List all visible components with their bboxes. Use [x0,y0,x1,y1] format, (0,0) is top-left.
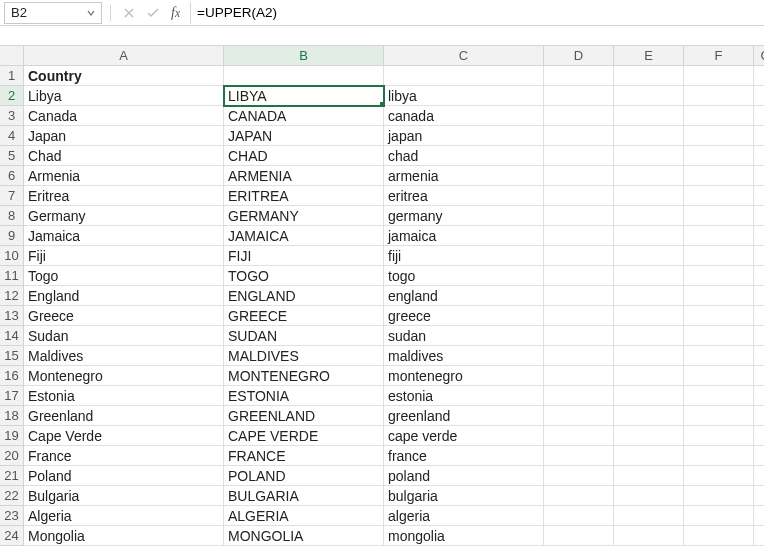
cell-E11[interactable] [614,266,684,286]
row-header-20[interactable]: 20 [0,446,24,466]
cell-F11[interactable] [684,266,754,286]
cell-D21[interactable] [544,466,614,486]
cell-F2[interactable] [684,86,754,106]
cell-A13[interactable]: Greece [24,306,224,326]
cell-E13[interactable] [614,306,684,326]
cell-E19[interactable] [614,426,684,446]
cell-G8[interactable] [754,206,764,226]
cell-C23[interactable]: algeria [384,506,544,526]
cell-A5[interactable]: Chad [24,146,224,166]
cell-G20[interactable] [754,446,764,466]
cell-A9[interactable]: Jamaica [24,226,224,246]
cell-F13[interactable] [684,306,754,326]
cell-D4[interactable] [544,126,614,146]
cell-A21[interactable]: Poland [24,466,224,486]
cell-A22[interactable]: Bulgaria [24,486,224,506]
cell-E3[interactable] [614,106,684,126]
row-header-23[interactable]: 23 [0,506,24,526]
cell-E15[interactable] [614,346,684,366]
row-header-21[interactable]: 21 [0,466,24,486]
cell-A16[interactable]: Montenegro [24,366,224,386]
cell-C1[interactable] [384,66,544,86]
cell-G18[interactable] [754,406,764,426]
confirm-icon[interactable] [143,3,163,23]
cell-F6[interactable] [684,166,754,186]
col-header-A[interactable]: A [24,46,224,66]
cell-D16[interactable] [544,366,614,386]
cell-G15[interactable] [754,346,764,366]
cell-F5[interactable] [684,146,754,166]
cell-B14[interactable]: SUDAN [224,326,384,346]
select-all-corner[interactable] [0,46,24,66]
cell-E21[interactable] [614,466,684,486]
cell-B22[interactable]: BULGARIA [224,486,384,506]
cell-D11[interactable] [544,266,614,286]
cell-C3[interactable]: canada [384,106,544,126]
col-header-C[interactable]: C [384,46,544,66]
row-header-3[interactable]: 3 [0,106,24,126]
row-header-9[interactable]: 9 [0,226,24,246]
cell-B9[interactable]: JAMAICA [224,226,384,246]
cell-F24[interactable] [684,526,754,546]
cell-F16[interactable] [684,366,754,386]
cell-D8[interactable] [544,206,614,226]
cell-G24[interactable] [754,526,764,546]
cell-G13[interactable] [754,306,764,326]
cell-F4[interactable] [684,126,754,146]
cell-D2[interactable] [544,86,614,106]
col-header-E[interactable]: E [614,46,684,66]
cell-B2[interactable]: LIBYA [224,86,384,106]
cell-B17[interactable]: ESTONIA [224,386,384,406]
cell-F1[interactable] [684,66,754,86]
cell-F22[interactable] [684,486,754,506]
cell-G14[interactable] [754,326,764,346]
cell-D6[interactable] [544,166,614,186]
cell-D1[interactable] [544,66,614,86]
cell-G11[interactable] [754,266,764,286]
cell-A7[interactable]: Eritrea [24,186,224,206]
cell-F19[interactable] [684,426,754,446]
cell-B16[interactable]: MONTENEGRO [224,366,384,386]
cell-A20[interactable]: France [24,446,224,466]
cell-C11[interactable]: togo [384,266,544,286]
cell-C15[interactable]: maldives [384,346,544,366]
cell-E17[interactable] [614,386,684,406]
cell-G2[interactable] [754,86,764,106]
cell-B12[interactable]: ENGLAND [224,286,384,306]
cell-G3[interactable] [754,106,764,126]
cell-A6[interactable]: Armenia [24,166,224,186]
cell-C14[interactable]: sudan [384,326,544,346]
cell-C10[interactable]: fiji [384,246,544,266]
cell-A18[interactable]: Greenland [24,406,224,426]
cell-G21[interactable] [754,466,764,486]
cell-B13[interactable]: GREECE [224,306,384,326]
cell-B19[interactable]: CAPE VERDE [224,426,384,446]
row-header-11[interactable]: 11 [0,266,24,286]
row-header-18[interactable]: 18 [0,406,24,426]
cell-B23[interactable]: ALGERIA [224,506,384,526]
cell-B3[interactable]: CANADA [224,106,384,126]
cell-B15[interactable]: MALDIVES [224,346,384,366]
cell-D23[interactable] [544,506,614,526]
row-header-6[interactable]: 6 [0,166,24,186]
cell-E23[interactable] [614,506,684,526]
row-header-1[interactable]: 1 [0,66,24,86]
cell-F3[interactable] [684,106,754,126]
cell-D15[interactable] [544,346,614,366]
cell-B4[interactable]: JAPAN [224,126,384,146]
row-header-17[interactable]: 17 [0,386,24,406]
cell-D13[interactable] [544,306,614,326]
col-header-B[interactable]: B [224,46,384,66]
cell-C18[interactable]: greenland [384,406,544,426]
cell-C19[interactable]: cape verde [384,426,544,446]
row-header-8[interactable]: 8 [0,206,24,226]
cell-A19[interactable]: Cape Verde [24,426,224,446]
cell-E6[interactable] [614,166,684,186]
cell-A10[interactable]: Fiji [24,246,224,266]
name-box[interactable]: B2 [4,2,102,24]
cell-B5[interactable]: CHAD [224,146,384,166]
row-header-15[interactable]: 15 [0,346,24,366]
cell-E24[interactable] [614,526,684,546]
cell-C6[interactable]: armenia [384,166,544,186]
cell-D24[interactable] [544,526,614,546]
